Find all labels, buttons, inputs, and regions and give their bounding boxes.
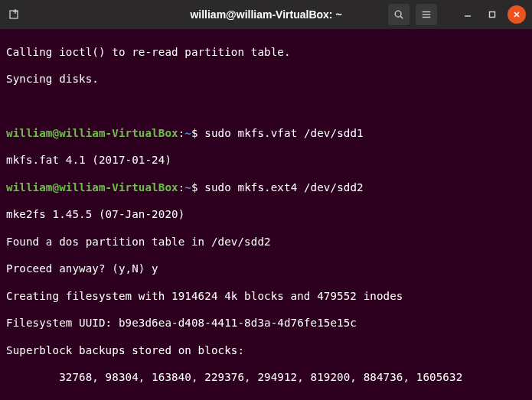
window-title: william@william-VirtualBox: ~: [190, 8, 341, 21]
prompt-user: william@william-VirtualBox: [6, 127, 178, 139]
output-line: Creating filesystem with 1914624 4k bloc…: [6, 290, 526, 304]
prompt-symbol: $: [191, 181, 198, 193]
prompt-line: william@william-VirtualBox:~$ sudo mkfs.…: [6, 181, 526, 195]
output-line: [6, 100, 526, 113]
svg-rect-9: [490, 12, 495, 18]
prompt-line: william@william-VirtualBox:~$ sudo mkfs.…: [6, 127, 526, 141]
titlebar: william@william-VirtualBox: ~: [0, 0, 532, 29]
output-line: mkfs.fat 4.1 (2017-01-24): [6, 154, 526, 167]
terminal-output[interactable]: Calling ioctl() to re-read partition tab…: [0, 29, 532, 400]
output-line: mke2fs 1.45.5 (07-Jan-2020): [6, 208, 526, 222]
maximize-icon[interactable]: [483, 5, 501, 24]
search-icon[interactable]: [388, 4, 410, 25]
command-text: sudo mkfs.ext4 /dev/sdd2: [198, 181, 364, 193]
output-line: Filesystem UUID: b9e3d6ea-d408-4411-8d3a…: [6, 317, 526, 330]
prompt-symbol: $: [191, 127, 198, 139]
prompt-path: ~: [184, 181, 191, 193]
output-line: Proceed anyway? (y,N) y: [6, 262, 526, 276]
output-line: Found a dos partition table in /dev/sdd2: [6, 236, 526, 249]
new-tab-icon[interactable]: [6, 6, 23, 23]
titlebar-right: [388, 4, 526, 25]
svg-line-4: [400, 16, 403, 18]
minimize-icon[interactable]: [459, 5, 477, 24]
prompt-user: william@william-VirtualBox: [6, 181, 178, 193]
output-line: Calling ioctl() to re-read partition tab…: [6, 46, 526, 60]
command-text: sudo mkfs.vfat /dev/sdd1: [198, 127, 364, 139]
titlebar-left: [6, 6, 23, 23]
hamburger-menu-icon[interactable]: [416, 4, 437, 25]
svg-point-3: [395, 11, 401, 17]
close-icon[interactable]: [508, 5, 526, 24]
output-line: Syncing disks.: [6, 73, 526, 86]
output-line: 32768, 98304, 163840, 229376, 294912, 81…: [6, 371, 526, 385]
prompt-path: ~: [184, 127, 191, 139]
output-line: Superblock backups stored on blocks:: [6, 344, 526, 358]
